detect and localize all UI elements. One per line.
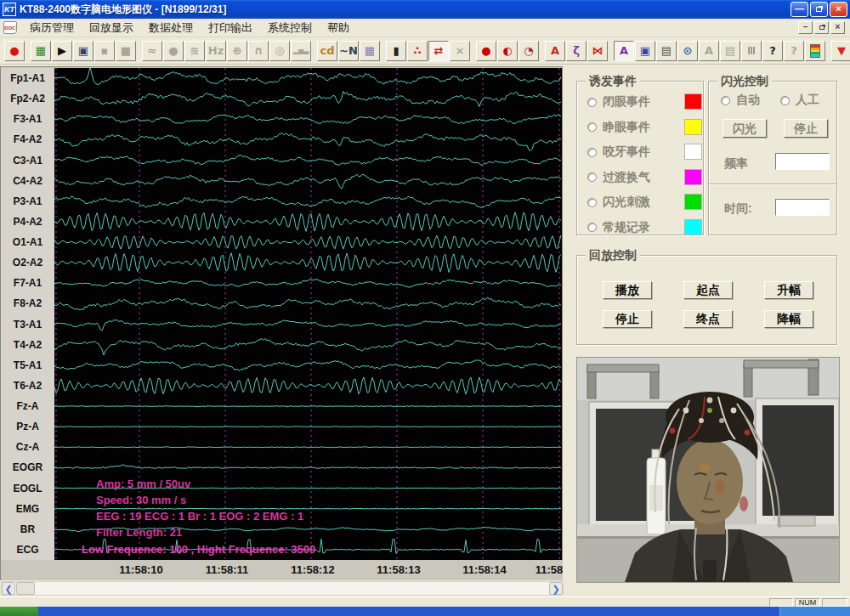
scrollbar-thumb[interactable] — [16, 582, 35, 595]
text-stamp-button: A — [699, 41, 719, 61]
positioning-button: ⊕ — [227, 41, 247, 61]
horizontal-scrollbar[interactable]: ❮ ❯ — [1, 581, 564, 596]
channel-label-t4-a2: T4-A2 — [1, 339, 54, 351]
event-radio-3[interactable] — [587, 172, 597, 182]
event-color-swatch-5 — [684, 219, 702, 235]
export-button[interactable]: ▼ — [831, 41, 850, 61]
pie-map-button[interactable]: ◔ — [518, 41, 539, 61]
channel-label-fz-a: Fz-A — [1, 400, 54, 412]
channel-label-t6-a2: T6-A2 — [1, 380, 54, 392]
num-lock-indicator: NUM — [795, 598, 820, 607]
help-button[interactable]: ? — [762, 41, 783, 61]
channel-label-cz-a: Cz-A — [1, 441, 54, 453]
print-button[interactable]: ▤ — [656, 41, 677, 61]
status-cell-1 — [769, 598, 793, 607]
event-color-swatch-0 — [684, 93, 702, 110]
close-button[interactable]: × — [830, 2, 847, 17]
acd-compress-button[interactable]: cd — [317, 41, 337, 61]
time-axis: 11:58:1011:58:1111:58:1211:58:1311:58:14… — [1, 560, 563, 580]
topomap-button: ● — [163, 41, 184, 61]
channel-label-fp2-a2: Fp2-A2 — [1, 93, 54, 105]
wave-annotate-button[interactable]: A — [614, 41, 634, 61]
playback-amp-up-button[interactable]: 升幅 — [764, 281, 813, 299]
print-preview-button[interactable]: ⊙ — [677, 41, 698, 61]
event-row-2: 咬牙事件 — [587, 144, 650, 161]
system-tray-edge — [779, 607, 850, 616]
arrows-compare-button[interactable]: ⇄ — [428, 41, 449, 61]
video-camera-button[interactable]: ▮ — [386, 41, 406, 61]
montage-button[interactable]: ▦ — [31, 41, 51, 61]
half-circle-map-button[interactable]: ◐ — [497, 41, 518, 61]
filter-zigzag-button[interactable]: ζ — [566, 41, 586, 61]
print2-button: ▤ — [720, 41, 740, 61]
channel-label-f3-a1: F3-A1 — [1, 113, 54, 125]
event-radio-0[interactable] — [587, 98, 597, 107]
scroll-right-button[interactable]: ❯ — [549, 582, 563, 595]
evoked-events-title: 诱发事件 — [586, 74, 640, 89]
barcode-button[interactable]: ||| — [741, 41, 762, 61]
event-row-5: 常规记录 — [587, 219, 650, 236]
menu-item-3[interactable]: 打印输出 — [201, 19, 260, 37]
channel-label-ecg: ECG — [1, 544, 54, 556]
play-button[interactable]: ▶ — [52, 41, 72, 61]
dome-map-button: ∩ — [248, 41, 269, 61]
stop-button: ■ — [116, 41, 136, 61]
save-button[interactable]: ▣ — [635, 41, 655, 61]
menu-item-5[interactable]: 帮助 — [320, 19, 357, 37]
channel-swap-button[interactable]: ⋈ — [587, 41, 608, 61]
eeg-overlay-line-2: EEG : 19 ECG : 1 Br : 1 EOG : 2 EMG : 1 — [96, 510, 303, 523]
event-radio-5[interactable] — [587, 223, 597, 232]
channel-label-p3-a1: P3-A1 — [1, 195, 54, 207]
flash-button[interactable]: 闪光 — [722, 119, 767, 138]
color-legend-icon — [810, 44, 820, 58]
eeg-overlay-line-1: Speed: 30 mm / s — [96, 494, 186, 506]
monitor-review-button[interactable]: ▣ — [73, 41, 94, 61]
event-color-swatch-1 — [684, 119, 702, 135]
start-button-edge[interactable] — [0, 607, 38, 616]
channel-label-o2-a2: O2-A2 — [1, 257, 54, 268]
app-icon: KT — [3, 3, 16, 16]
playback-stop-button[interactable]: 停止 — [603, 310, 652, 328]
color-legend-button[interactable] — [805, 41, 825, 61]
menu-item-0[interactable]: 病历管理 — [22, 19, 82, 37]
playback-amp-down-button[interactable]: 降幅 — [764, 310, 813, 328]
mdi-restore-button[interactable] — [814, 21, 829, 34]
restore-button[interactable] — [810, 2, 828, 17]
playback-start-point-button[interactable]: 起点 — [683, 281, 733, 299]
event-label-2: 咬牙事件 — [603, 144, 650, 160]
circle-map-button[interactable]: ● — [476, 41, 496, 61]
event-label-1: 睁眼事件 — [603, 120, 650, 135]
taskbar — [0, 607, 850, 616]
eeg-overlay-line-3: Filter Length: 21 — [96, 526, 182, 539]
minimize-button[interactable]: — — [790, 2, 808, 17]
menu-item-1[interactable]: 回放显示 — [82, 19, 141, 37]
auto-radio[interactable] — [721, 96, 730, 105]
matrix-button[interactable]: ▦ — [360, 41, 380, 61]
annotate-a-button[interactable]: A — [545, 41, 565, 61]
patient-video-image — [577, 358, 839, 582]
playback-play-button[interactable]: 播放 — [603, 281, 652, 299]
mdi-minimize-button[interactable]: – — [798, 21, 813, 34]
time-label-4: 11:58:14 — [462, 563, 506, 576]
menu-item-2[interactable]: 数据处理 — [141, 19, 201, 37]
spike-detect-button[interactable]: ~N — [338, 41, 359, 61]
mdi-close-button[interactable]: × — [830, 21, 845, 34]
scroll-left-button[interactable]: ❮ — [2, 582, 15, 595]
playback-end-point-button[interactable]: 终点 — [683, 310, 733, 328]
application-window: KT KT88-2400数字脑电地形图仪 - [N1899/12/31] — ×… — [0, 0, 850, 616]
event-radio-1[interactable] — [587, 122, 597, 132]
menu-item-4[interactable]: 系统控制 — [260, 19, 320, 37]
time-input[interactable] — [775, 199, 830, 216]
event-label-4: 闪光刺激 — [603, 195, 650, 210]
eeg-waveform-area[interactable]: Amp: 5 mm / 50uvSpeed: 30 mm / sEEG : 19… — [54, 68, 562, 560]
event-radio-2[interactable] — [587, 148, 597, 157]
frequency-input[interactable] — [775, 153, 830, 170]
channel-label-o1-a1: O1-A1 — [1, 236, 54, 248]
record-button[interactable]: ● — [4, 41, 25, 61]
eeg-overlay-line-0: Amp: 5 mm / 50uv — [96, 478, 190, 490]
event-radio-4[interactable] — [587, 198, 597, 207]
waveform-button: ≈ — [142, 41, 162, 61]
flash-stop-button[interactable]: 停止 — [784, 119, 828, 138]
manual-radio[interactable] — [780, 96, 790, 105]
scatter-button[interactable]: ∴ — [407, 41, 428, 61]
